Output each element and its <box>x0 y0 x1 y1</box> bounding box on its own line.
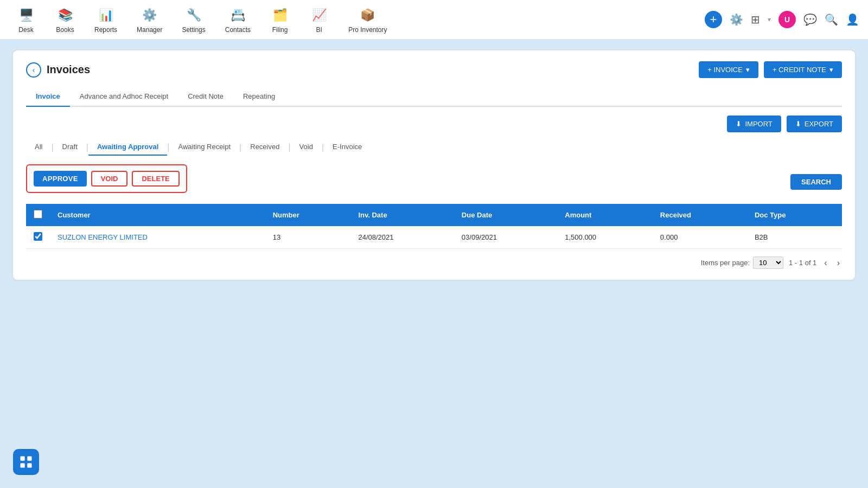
col-number: Number <box>265 204 351 226</box>
avatar[interactable]: U <box>778 11 796 28</box>
table-header: Customer Number Inv. Date Due Date Amoun <box>26 204 842 226</box>
nav-label-bi: BI <box>316 26 322 34</box>
row-inv-date: 24/08/2021 <box>350 226 454 249</box>
row-checkbox[interactable] <box>34 232 42 241</box>
page-title: Invoices <box>47 63 90 76</box>
back-button[interactable]: ‹ <box>26 62 41 78</box>
filing-icon: 🗂️ <box>270 5 290 25</box>
bi-icon: 📈 <box>309 5 329 25</box>
nav-item-manager[interactable]: ⚙️ Manager <box>129 1 170 38</box>
filter-tabs: All | Draft | Awaiting Approval | Awaiti… <box>26 139 842 156</box>
pagination-info: 1 - 1 of 1 <box>789 259 816 267</box>
tab-repeating[interactable]: Repeating <box>233 87 285 107</box>
col-checkbox[interactable] <box>26 204 50 226</box>
nav-item-pro-inventory[interactable]: 📦 Pro Inventory <box>341 1 394 38</box>
credit-note-button[interactable]: + CREDIT NOTE ▾ <box>764 61 842 78</box>
customer-link[interactable]: SUZLON ENERGY LIMITED <box>58 233 148 241</box>
main-content: ‹ Invoices + INVOICE ▾ + CREDIT NOTE ▾ I… <box>0 40 868 291</box>
contacts-icon: 📇 <box>228 5 247 25</box>
svg-rect-3 <box>27 463 31 467</box>
nav-item-reports[interactable]: 📊 Reports <box>87 1 125 38</box>
export-label: EXPORT <box>805 120 833 128</box>
per-page-select[interactable]: 10 25 50 100 <box>753 256 783 269</box>
dropdown-arrow[interactable]: ▾ <box>768 16 771 23</box>
credit-note-btn-label: + CREDIT NOTE <box>773 66 826 74</box>
credit-note-dropdown-icon: ▾ <box>829 66 833 74</box>
nav-item-bi[interactable]: 📈 BI <box>302 1 336 38</box>
grid-icon[interactable]: ⊞ <box>751 13 760 26</box>
books-icon: 📚 <box>55 5 75 25</box>
user-icon[interactable]: 👤 <box>846 13 859 26</box>
reports-icon: 📊 <box>96 5 116 25</box>
nav-items: 🖥️ Desk 📚 Books 📊 Reports ⚙️ Manager 🔧 S… <box>9 1 705 38</box>
topnav: 🖥️ Desk 📚 Books 📊 Reports ⚙️ Manager 🔧 S… <box>0 0 868 40</box>
table-body: SUZLON ENERGY LIMITED 13 24/08/2021 03/0… <box>26 226 842 249</box>
nav-label-reports: Reports <box>94 26 117 34</box>
col-inv-date: Inv. Date <box>350 204 454 226</box>
grid-app-icon <box>18 454 34 470</box>
import-icon: ⬇ <box>736 120 742 128</box>
row-doc-type: B2B <box>747 226 842 249</box>
filter-awaiting-approval[interactable]: Awaiting Approval <box>88 139 167 156</box>
search-button[interactable]: SEARCH <box>790 174 842 190</box>
void-button[interactable]: VOID <box>91 171 128 187</box>
invoices-card: ‹ Invoices + INVOICE ▾ + CREDIT NOTE ▾ I… <box>13 50 855 280</box>
next-page-button[interactable]: › <box>835 257 842 269</box>
svg-rect-0 <box>21 457 25 461</box>
filter-draft[interactable]: Draft <box>54 139 86 156</box>
search-icon[interactable]: 🔍 <box>825 13 838 26</box>
filter-einvoice[interactable]: E-Invoice <box>324 139 371 156</box>
pro-inventory-icon: 📦 <box>358 5 378 25</box>
add-button[interactable]: + <box>705 11 722 28</box>
select-all-checkbox[interactable] <box>34 210 42 219</box>
nav-right: + ⚙️ ⊞ ▾ U 💬 🔍 👤 <box>705 11 859 28</box>
settings-icon: 🔧 <box>184 5 203 25</box>
desk-icon: 🖥️ <box>16 5 36 25</box>
approve-button[interactable]: APPROVE <box>34 171 87 187</box>
tab-advance[interactable]: Advance and Adhoc Receipt <box>70 87 178 107</box>
tab-credit-note[interactable]: Credit Note <box>178 87 233 107</box>
export-button[interactable]: ⬇ EXPORT <box>787 115 842 132</box>
row-due-date: 03/09/2021 <box>454 226 557 249</box>
message-icon[interactable]: 💬 <box>803 13 817 26</box>
nav-item-contacts[interactable]: 📇 Contacts <box>218 1 258 38</box>
filter-received[interactable]: Received <box>241 139 288 156</box>
row-checkbox-cell[interactable] <box>26 226 50 249</box>
table-row: SUZLON ENERGY LIMITED 13 24/08/2021 03/0… <box>26 226 842 249</box>
svg-rect-1 <box>27 457 31 461</box>
nav-label-desk: Desk <box>18 26 33 34</box>
import-button[interactable]: ⬇ IMPORT <box>727 115 781 132</box>
pagination-row: Items per page: 10 25 50 100 1 - 1 of 1 … <box>26 256 842 269</box>
invoice-dropdown-icon: ▾ <box>746 66 750 74</box>
import-label: IMPORT <box>745 120 772 128</box>
nav-label-pro-inventory: Pro Inventory <box>348 26 387 34</box>
nav-item-filing[interactable]: 🗂️ Filing <box>263 1 297 38</box>
invoice-button[interactable]: + INVOICE ▾ <box>699 61 758 78</box>
nav-label-filing: Filing <box>272 26 288 34</box>
action-buttons-group: APPROVE VOID DELETE <box>26 164 187 193</box>
nav-label-contacts: Contacts <box>225 26 251 34</box>
import-export-row: ⬇ IMPORT ⬇ EXPORT <box>26 115 842 132</box>
nav-item-settings[interactable]: 🔧 Settings <box>174 1 213 38</box>
prev-page-button[interactable]: ‹ <box>822 257 829 269</box>
filter-awaiting-receipt[interactable]: Awaiting Receipt <box>170 139 240 156</box>
bottom-app-icon[interactable] <box>13 449 39 475</box>
invoices-table: Customer Number Inv. Date Due Date Amoun <box>26 204 842 249</box>
export-icon: ⬇ <box>795 120 801 128</box>
delete-button[interactable]: DELETE <box>132 171 179 187</box>
nav-label-books: Books <box>56 26 74 34</box>
nav-item-desk[interactable]: 🖥️ Desk <box>9 1 43 38</box>
nav-item-books[interactable]: 📚 Books <box>48 1 82 38</box>
items-per-page: Items per page: 10 25 50 100 <box>701 256 783 269</box>
gear-icon[interactable]: ⚙️ <box>730 13 743 26</box>
page-header: ‹ Invoices + INVOICE ▾ + CREDIT NOTE ▾ <box>26 61 842 78</box>
row-amount: 1,500.000 <box>557 226 653 249</box>
row-number: 13 <box>265 226 351 249</box>
filter-void[interactable]: Void <box>291 139 322 156</box>
row-customer: SUZLON ENERGY LIMITED <box>50 226 265 249</box>
filter-all[interactable]: All <box>26 139 51 156</box>
invoices-table-wrapper: Customer Number Inv. Date Due Date Amoun <box>26 204 842 249</box>
svg-rect-2 <box>21 463 25 467</box>
tab-invoice[interactable]: Invoice <box>26 87 70 107</box>
invoice-btn-label: + INVOICE <box>707 66 743 74</box>
